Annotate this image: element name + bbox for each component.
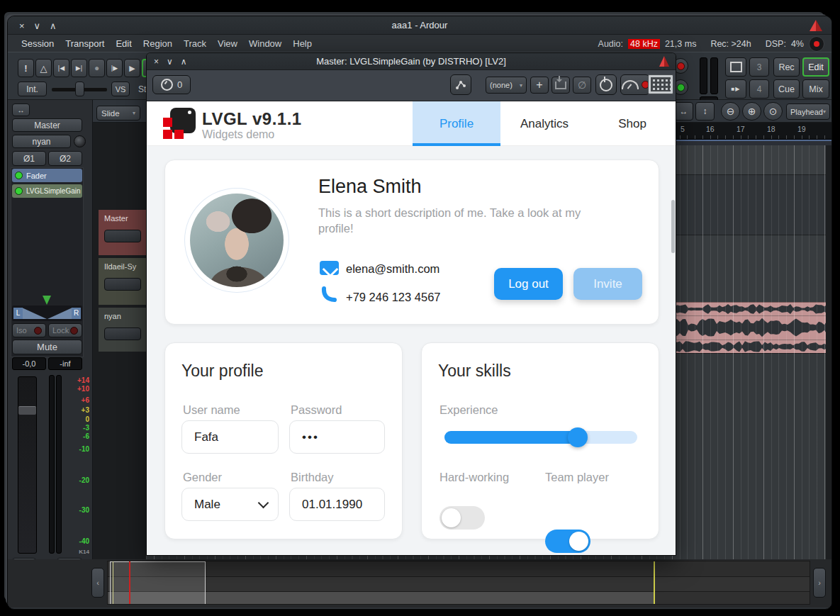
experience-slider[interactable] xyxy=(444,431,637,444)
keyboard-icon[interactable] xyxy=(648,74,673,94)
menu-region[interactable]: Region xyxy=(143,38,172,49)
logout-button[interactable]: Log out xyxy=(494,268,563,300)
track-header-button[interactable] xyxy=(104,230,141,242)
save-preset-button[interactable] xyxy=(551,77,570,94)
gain-fader-handle[interactable] xyxy=(18,406,36,415)
tab-profile[interactable]: Profile xyxy=(413,101,500,146)
add-preset-button[interactable]: + xyxy=(530,77,549,94)
menu-help[interactable]: Help xyxy=(293,38,312,49)
pan-widget[interactable]: L R xyxy=(12,306,82,321)
audio-label: Audio: xyxy=(598,39,623,49)
cue-page-button[interactable]: Cue xyxy=(773,79,800,99)
menu-session[interactable]: Session xyxy=(21,38,54,49)
goto-start-button[interactable]: |◀ xyxy=(53,59,69,77)
strip-width-button[interactable]: ↔ xyxy=(12,103,30,116)
metronome-button[interactable]: △ xyxy=(35,59,52,77)
zoom-focus-dropdown[interactable]: Playhead ▾ xyxy=(786,103,830,120)
processor-active-led[interactable] xyxy=(15,172,23,179)
slot3-button[interactable]: 3 xyxy=(749,57,769,77)
track-name[interactable]: nyan xyxy=(104,312,121,320)
tab-analytics[interactable]: Analytics xyxy=(500,101,588,146)
mute-button[interactable]: Mute xyxy=(12,340,82,354)
hardworking-toggle[interactable] xyxy=(439,506,485,530)
punch-button[interactable]: ! xyxy=(18,59,34,77)
shuttle-handle[interactable] xyxy=(75,82,84,96)
zoom-fit-button[interactable]: ⊙ xyxy=(763,102,783,121)
vs-button[interactable]: VS xyxy=(111,82,130,96)
film-button[interactable]: ■▶ xyxy=(725,79,746,99)
slot4-button[interactable]: 4 xyxy=(749,79,769,99)
record-arm-button[interactable]: ● xyxy=(89,59,105,77)
tab-shop[interactable]: Shop xyxy=(588,101,676,146)
summary-left-button[interactable]: ‹ xyxy=(91,568,104,598)
save-icon xyxy=(555,82,566,89)
gain-display[interactable]: -0,0 xyxy=(12,357,46,370)
record-indicator-button[interactable] xyxy=(809,36,824,52)
latency-button[interactable] xyxy=(620,74,650,95)
goto-end-button[interactable]: ▶| xyxy=(71,59,87,77)
iso-button[interactable]: Iso xyxy=(12,323,46,337)
gain-fader-track[interactable] xyxy=(18,376,37,554)
automation-button[interactable] xyxy=(450,74,471,95)
menu-edit[interactable]: Edit xyxy=(116,38,131,49)
track-name[interactable]: Master xyxy=(104,214,128,223)
strip-route-button[interactable]: nyan xyxy=(12,135,71,148)
sync-source-button[interactable]: Int. xyxy=(18,82,47,96)
trim-knob[interactable] xyxy=(74,135,86,147)
summary-right-button[interactable]: › xyxy=(813,568,826,598)
birthday-label: Birthday xyxy=(291,471,334,484)
track-header-button[interactable] xyxy=(104,278,141,291)
track-header-ildaeil[interactable]: Ildaeil-Sy xyxy=(99,258,146,305)
delete-preset-button[interactable]: ∅ xyxy=(573,77,591,94)
track-header-master[interactable]: Master xyxy=(99,210,146,255)
editor-vscrollbar[interactable] xyxy=(826,145,832,559)
auto-return-button[interactable]: |▶ xyxy=(106,59,123,77)
track-header-nyan[interactable]: nyan xyxy=(99,308,146,352)
track-header-button[interactable] xyxy=(104,327,141,340)
menu-view[interactable]: View xyxy=(218,38,237,49)
lock-led xyxy=(70,327,78,335)
lvgl-scrollbar[interactable] xyxy=(671,200,675,253)
zoom-out-button[interactable]: ⊖ xyxy=(721,102,740,121)
processor-fader[interactable]: Fader xyxy=(12,169,82,182)
password-input[interactable]: ••• xyxy=(289,420,385,454)
plugin-clock-button[interactable]: 0 xyxy=(152,75,191,94)
lock-button[interactable]: Lock xyxy=(48,323,82,337)
zoom-in-button[interactable]: ⊕ xyxy=(742,102,761,121)
lock-label: Lock xyxy=(52,326,69,335)
birthday-input[interactable]: 01.01.1990 xyxy=(289,488,385,521)
processor-lvglsimplegain[interactable]: LVGLSimpleGain xyxy=(12,184,82,198)
fit-vertical-button[interactable]: ↕ xyxy=(695,102,715,121)
rec-page-button[interactable]: Rec xyxy=(773,57,800,77)
track-name[interactable]: Ildaeil-Sy xyxy=(104,262,136,271)
play-button[interactable]: ▶ xyxy=(124,59,140,77)
username-input[interactable]: Fafa xyxy=(181,420,279,454)
crop-tool-button[interactable] xyxy=(725,57,746,77)
summary-viewport[interactable] xyxy=(110,561,206,605)
phase2-button[interactable]: Ø2 xyxy=(48,151,82,166)
menu-transport[interactable]: Transport xyxy=(65,38,104,49)
invite-button[interactable]: Invite xyxy=(573,268,642,300)
shade-icon[interactable]: ∨ xyxy=(34,21,41,31)
preset-dropdown[interactable]: (none) ▾ xyxy=(486,77,527,94)
menu-track[interactable]: Track xyxy=(184,38,206,49)
gender-dropdown[interactable]: Male xyxy=(181,488,279,521)
fit-horizontal-button[interactable]: ↔ xyxy=(674,102,693,121)
maximize-icon[interactable]: ∧ xyxy=(181,57,187,67)
teamplayer-toggle[interactable] xyxy=(545,530,590,553)
maximize-icon[interactable]: ∧ xyxy=(50,21,57,31)
menu-window[interactable]: Window xyxy=(249,38,281,49)
close-icon[interactable]: × xyxy=(19,21,25,31)
strip-name-button[interactable]: Master xyxy=(12,118,82,132)
close-icon[interactable]: × xyxy=(154,57,159,67)
phase1-button[interactable]: Ø1 xyxy=(12,151,46,166)
peak-display[interactable]: -inf xyxy=(48,357,82,370)
mix-page-button[interactable]: Mix xyxy=(802,79,829,99)
shade-icon[interactable]: ∨ xyxy=(167,57,173,67)
edit-mode-dropdown[interactable]: Slide ▾ xyxy=(96,106,140,121)
bypass-button[interactable] xyxy=(595,74,617,95)
edit-page-button[interactable]: Edit xyxy=(802,57,829,77)
processor-active-led[interactable] xyxy=(15,187,23,195)
summary-canvas[interactable] xyxy=(107,561,810,605)
experience-slider-knob[interactable] xyxy=(568,427,588,447)
